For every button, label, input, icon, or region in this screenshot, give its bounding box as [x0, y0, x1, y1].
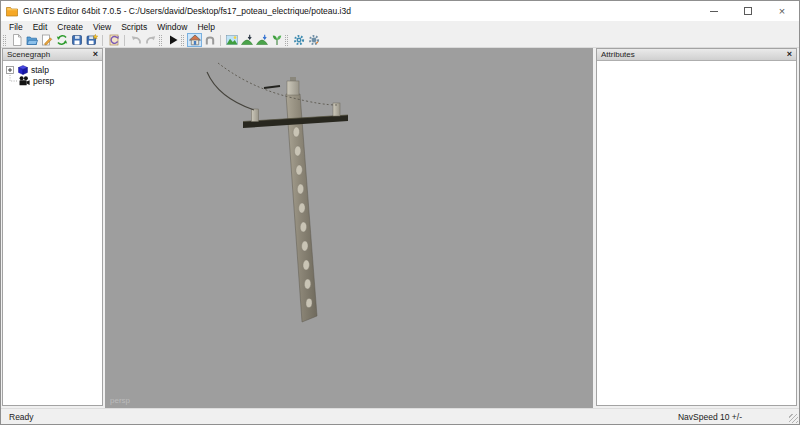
magnet-n-icon [204, 34, 216, 46]
toolbar-save-button[interactable] [69, 33, 84, 47]
refresh-icon [56, 34, 68, 46]
minimize-icon [710, 11, 718, 12]
edit-file-icon [41, 34, 53, 46]
scenegraph-tree: stalp persp [3, 61, 102, 405]
toolbar-redo-button[interactable] [143, 33, 158, 47]
toolbar-terrain-foliage-button[interactable] [269, 33, 284, 47]
toolbar-camera-home-button[interactable] [187, 33, 202, 47]
toolbar-grip[interactable] [285, 35, 288, 46]
terrain-landscape-icon [226, 34, 238, 46]
toolbar-grip[interactable] [181, 35, 184, 46]
viewport-3d[interactable]: persp [105, 48, 593, 408]
attributes-header[interactable]: Attributes × [597, 49, 796, 61]
toolbar-terrain-sculpt-button[interactable] [239, 33, 254, 47]
toolbar-separator [220, 35, 221, 46]
scenegraph-panel: Scenegraph × stalp [2, 48, 103, 406]
main-area: Scenegraph × stalp [1, 48, 799, 408]
toolbar-terrain-paint-button[interactable] [254, 33, 269, 47]
toolbar-terrain-landscape-button[interactable] [224, 33, 239, 47]
navspeed-text: NavSpeed 10 +/- [678, 412, 742, 422]
tree-node-stalp[interactable]: stalp [6, 64, 102, 75]
save-as-icon [86, 34, 98, 46]
toolbar-new-file-button[interactable] [9, 33, 24, 47]
script-gear-gray-icon [308, 34, 320, 46]
import-assets-icon [108, 34, 120, 46]
toolbar [1, 33, 799, 48]
home-icon [189, 34, 201, 46]
play-icon [167, 34, 179, 46]
app-logo-icon [6, 6, 18, 17]
menu-create[interactable]: Create [52, 22, 88, 32]
viewport-camera-label: persp [110, 396, 130, 405]
toolbar-undo-button[interactable] [128, 33, 143, 47]
maximize-button[interactable] [731, 1, 765, 21]
top-insulator [287, 81, 299, 95]
scenegraph-title: Scenegraph [7, 50, 50, 59]
toolbar-play-button[interactable] [165, 33, 180, 47]
status-text: Ready [9, 412, 34, 422]
statusbar: Ready NavSpeed 10 +/- [1, 408, 799, 424]
window-controls: × [697, 1, 799, 21]
tree-node-label: stalp [31, 65, 49, 75]
toolbar-import-button[interactable] [106, 33, 121, 47]
terrain-paint-icon [256, 34, 268, 46]
tree-connector [6, 75, 18, 86]
save-icon [71, 34, 83, 46]
toolbar-separator [124, 35, 125, 46]
expand-plus-icon[interactable] [6, 66, 14, 74]
terrain-sculpt-icon [241, 34, 253, 46]
toolbar-grip[interactable] [159, 35, 162, 46]
menu-edit[interactable]: Edit [28, 22, 53, 32]
new-file-icon [11, 34, 23, 46]
menu-scripts[interactable]: Scripts [116, 22, 152, 32]
open-folder-icon [26, 34, 38, 46]
close-icon: × [779, 6, 785, 17]
redo-icon [145, 34, 157, 46]
attributes-content [597, 61, 796, 405]
menu-help[interactable]: Help [192, 22, 219, 32]
tree-node-persp[interactable]: persp [6, 75, 102, 86]
close-button[interactable]: × [765, 1, 799, 21]
resize-grip[interactable] [789, 414, 798, 423]
attributes-title: Attributes [601, 50, 635, 59]
tree-node-label: persp [33, 76, 54, 86]
toolbar-save-as-button[interactable] [84, 33, 99, 47]
toolbar-open-file-button[interactable] [24, 33, 39, 47]
maximize-icon [744, 7, 752, 15]
script-gear-blue-icon [293, 34, 305, 46]
camera-icon [18, 76, 30, 86]
wire-dashed [218, 63, 337, 105]
left-insulator [252, 109, 259, 122]
attributes-panel: Attributes × [596, 48, 797, 406]
menu-view[interactable]: View [88, 22, 116, 32]
toolbar-separator [102, 35, 103, 46]
toolbar-refresh-button[interactable] [54, 33, 69, 47]
undo-icon [130, 34, 142, 46]
attributes-close-button[interactable]: × [787, 50, 792, 59]
menubar: File Edit Create View Scripts Window Hel… [1, 21, 799, 33]
toolbar-grip[interactable] [3, 35, 6, 46]
window-title: GIANTS Editor 64bit 7.0.5 - C:/Users/dav… [23, 6, 351, 16]
toolbar-script-gear-gray-button[interactable] [306, 33, 321, 47]
wire-splice [264, 86, 280, 88]
menu-file[interactable]: File [4, 22, 28, 32]
wire-left [207, 72, 254, 110]
transform-group-cube-icon [18, 65, 28, 75]
toolbar-magnet-n-button[interactable] [202, 33, 217, 47]
scenegraph-close-button[interactable]: × [93, 50, 98, 59]
toolbar-script-gear-blue-button[interactable] [291, 33, 306, 47]
minimize-button[interactable] [697, 1, 731, 21]
menu-window[interactable]: Window [152, 22, 192, 32]
giants-editor-window: GIANTS Editor 64bit 7.0.5 - C:/Users/dav… [0, 0, 800, 425]
power-pole-model [105, 48, 593, 408]
titlebar[interactable]: GIANTS Editor 64bit 7.0.5 - C:/Users/dav… [1, 1, 799, 21]
toolbar-edit-file-button[interactable] [39, 33, 54, 47]
scenegraph-header[interactable]: Scenegraph × [3, 49, 102, 61]
terrain-foliage-icon [271, 34, 283, 46]
